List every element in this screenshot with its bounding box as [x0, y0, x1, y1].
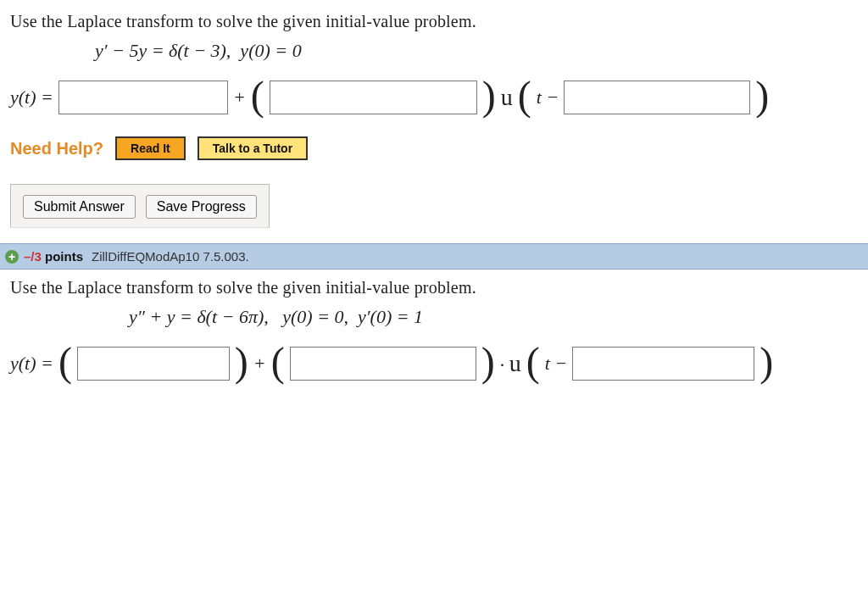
- q2-plus: +: [253, 353, 266, 375]
- close-paren-icon-5: ): [760, 342, 773, 382]
- q2-answer-prefix: y(t) =: [10, 353, 53, 375]
- save-progress-button[interactable]: Save Progress: [146, 195, 257, 219]
- talk-to-tutor-button[interactable]: Talk to a Tutor: [198, 136, 308, 160]
- q1-blank-1[interactable]: [58, 81, 228, 114]
- submit-bar: Submit Answer Save Progress: [10, 184, 270, 228]
- need-help-label: Need Help?: [10, 139, 103, 158]
- points-negative: –/3: [24, 249, 42, 264]
- open-paren-icon-2: (: [518, 75, 531, 116]
- question-id: ZillDiffEQModAp10 7.5.003.: [92, 249, 249, 264]
- points-label: points: [42, 249, 83, 264]
- submit-answer-button[interactable]: Submit Answer: [23, 195, 136, 219]
- q1-t-minus: t −: [537, 86, 559, 108]
- step-u-icon-2: u: [509, 350, 521, 376]
- q2-t-minus: t −: [545, 353, 567, 375]
- q1-plus: +: [233, 86, 246, 108]
- step-u-icon: u: [501, 84, 513, 111]
- q1-blank-3[interactable]: [564, 81, 750, 114]
- close-paren-icon-4: ): [481, 342, 495, 382]
- open-paren-icon: (: [251, 75, 264, 116]
- open-paren-icon-4: (: [271, 342, 285, 382]
- open-paren-icon-3: (: [58, 342, 72, 382]
- q1-answer-prefix: y(t) =: [10, 86, 53, 108]
- open-paren-icon-5: (: [526, 342, 540, 382]
- q2-dot-u: · u: [500, 350, 521, 377]
- close-paren-icon: ): [482, 75, 496, 116]
- close-paren-icon-3: ): [235, 342, 248, 382]
- q2-equation: y″ + y = δ(t − 6π), y(0) = 0, y′(0) = 1: [129, 306, 858, 328]
- q2-blank-1[interactable]: [77, 347, 230, 381]
- question-header-bar: + –/3 points ZillDiffEQModAp10 7.5.003.: [0, 243, 868, 270]
- read-it-button[interactable]: Read It: [115, 136, 186, 160]
- expand-icon[interactable]: +: [5, 250, 19, 264]
- help-row: Need Help? Read It Talk to a Tutor: [10, 136, 858, 160]
- q1-blank-2[interactable]: [270, 81, 477, 114]
- close-paren-icon-2: ): [755, 75, 769, 116]
- q2-blank-3[interactable]: [572, 347, 754, 381]
- q1-answer-row: y(t) = + ( ) u ( t − ): [10, 77, 858, 118]
- q2-prompt: Use the Laplace transform to solve the g…: [10, 278, 858, 298]
- q1-prompt: Use the Laplace transform to solve the g…: [10, 12, 858, 31]
- q1-equation-text: y′ − 5y = δ(t − 3), y(0) = 0: [95, 40, 302, 61]
- q1-equation: y′ − 5y = δ(t − 3), y(0) = 0: [95, 40, 858, 62]
- q2-blank-2[interactable]: [290, 347, 476, 381]
- q2-equation-text: y″ + y = δ(t − 6π), y(0) = 0, y′(0) = 1: [129, 306, 423, 327]
- q2-answer-row: y(t) = ( ) + ( ) · u ( t − ): [10, 343, 858, 384]
